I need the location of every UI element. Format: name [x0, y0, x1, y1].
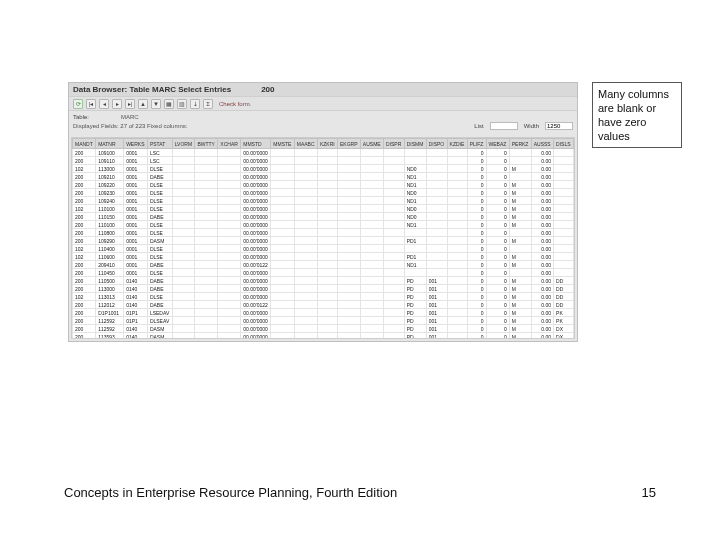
table-row[interactable]: 2001101000001DLSE00.00'0000ND100M0.00	[73, 221, 574, 229]
table-row[interactable]: 1021101000001DLSE00.00'0000ND000M0.00	[73, 205, 574, 213]
table-row[interactable]: 2001092300001DLSE00.00'0000ND000M0.00	[73, 189, 574, 197]
cell: DASM	[147, 333, 172, 340]
refresh-icon[interactable]: ⟳	[73, 99, 83, 109]
cell	[554, 197, 574, 205]
cell	[360, 245, 383, 253]
next-icon[interactable]: ▸	[112, 99, 122, 109]
cell	[317, 325, 337, 333]
cell: 00.00'0000	[241, 181, 271, 189]
cell: 00.00'0000	[241, 277, 271, 285]
column-header[interactable]: PSTAT	[147, 139, 172, 149]
table-row[interactable]: 2001092900001DASM00.00'0000PD100M0.00	[73, 237, 574, 245]
column-header[interactable]: PLIFZ	[467, 139, 486, 149]
filter-icon[interactable]: ▦	[164, 99, 174, 109]
column-header[interactable]: AUSSS	[531, 139, 553, 149]
table-row[interactable]: 2001135930140DASM00.00'0000PD00100M0.00D…	[73, 333, 574, 340]
cell	[509, 245, 531, 253]
cell	[384, 301, 405, 309]
sort-asc-icon[interactable]: ▲	[138, 99, 148, 109]
column-header[interactable]: WERKS	[124, 139, 148, 149]
table-row[interactable]: 2001104500001DLSE00.00'0000000.00	[73, 269, 574, 277]
column-header[interactable]: DISLS	[554, 139, 574, 149]
table-row[interactable]: 2001125920140DASM00.00'0000PD00100M0.00D…	[73, 325, 574, 333]
cell	[195, 213, 218, 221]
table-row[interactable]: 2001092100001DABE00.00'0000ND1000.00	[73, 173, 574, 181]
column-header[interactable]: AUSME	[360, 139, 383, 149]
cell	[317, 205, 337, 213]
cell	[317, 237, 337, 245]
prev-icon[interactable]: ◂	[99, 99, 109, 109]
column-header[interactable]: KZKRI	[317, 139, 337, 149]
width-input[interactable]	[545, 122, 573, 130]
column-header[interactable]: MAABC	[294, 139, 317, 149]
table-row[interactable]: 2002094100001DABE00.00'0122ND100M0.00	[73, 261, 574, 269]
cell	[317, 149, 337, 157]
cell	[337, 325, 360, 333]
table-row[interactable]: 1021130130140DLSE00.00'0000PD00100M0.00D…	[73, 293, 574, 301]
cell	[317, 221, 337, 229]
cell	[447, 333, 467, 340]
column-header[interactable]: MATNR	[96, 139, 124, 149]
column-header[interactable]: KZDIE	[447, 139, 467, 149]
column-header[interactable]: EKGRP	[337, 139, 360, 149]
table-row[interactable]: 1021106000001DLSE00.00'0000PD100M0.00	[73, 253, 574, 261]
cell	[360, 205, 383, 213]
last-icon[interactable]: ▸|	[125, 99, 135, 109]
table-row[interactable]: 20011259201P1DLSEAV00.00'0000PD00100M0.0…	[73, 317, 574, 325]
list-input[interactable]	[490, 122, 518, 130]
cell	[271, 157, 294, 165]
column-header[interactable]: LVORM	[172, 139, 195, 149]
table-row[interactable]: 2001092400001DLSE00.00'0000ND100M0.00	[73, 197, 574, 205]
sum-icon[interactable]: Σ	[203, 99, 213, 109]
cell	[271, 237, 294, 245]
table-row[interactable]: 2001105000140DABE00.00'0000PD00100M0.00D…	[73, 277, 574, 285]
table-row[interactable]: 2001120120140DABE00.00'0122PD00100M0.00D…	[73, 301, 574, 309]
table-row[interactable]: 2001101500001DABE00.00'0000ND000M0.00	[73, 213, 574, 221]
column-header[interactable]: MANDT	[73, 139, 96, 149]
table-row[interactable]: 1021104000001DLSE00.00'0000000.00	[73, 245, 574, 253]
table-row[interactable]: 2001108000001DLSE00.00'0000000.00	[73, 229, 574, 237]
cell	[426, 197, 447, 205]
column-header[interactable]: MMSTD	[241, 139, 271, 149]
sort-desc-icon[interactable]: ▼	[151, 99, 161, 109]
entry-count: 200	[261, 83, 274, 97]
cell: DLSE	[147, 197, 172, 205]
table-row[interactable]: 2001092200001DLSE00.00'0000ND100M0.00	[73, 181, 574, 189]
cell: 0001	[124, 221, 148, 229]
cell: 00.00'0000	[241, 229, 271, 237]
column-header[interactable]: MMSTE	[271, 139, 294, 149]
cell: 109110	[96, 157, 124, 165]
check-form-button[interactable]: Check form.	[216, 99, 254, 109]
cell	[195, 277, 218, 285]
grid-container[interactable]: MANDTMATNRWERKSPSTATLVORMBWTTYXCHARMMSTD…	[71, 137, 575, 339]
cell	[554, 261, 574, 269]
table-row[interactable]: 2001091100001LSC00.00'0000000.00	[73, 157, 574, 165]
cell	[360, 325, 383, 333]
columns-icon[interactable]: ▥	[177, 99, 187, 109]
table-row[interactable]: 1021130000001DLSE00.00'0000ND000M0.00	[73, 165, 574, 173]
meta-area: Table: MARC Displayed Fields: 27 of 223 …	[69, 111, 577, 131]
cell: 0.00	[531, 165, 553, 173]
cell	[447, 229, 467, 237]
column-header[interactable]: XCHAR	[218, 139, 241, 149]
cell: 0	[467, 221, 486, 229]
first-icon[interactable]: |◂	[86, 99, 96, 109]
export-icon[interactable]: ⤓	[190, 99, 200, 109]
cell: M	[509, 181, 531, 189]
column-header[interactable]: WEBAZ	[486, 139, 509, 149]
column-header[interactable]: PERKZ	[509, 139, 531, 149]
column-header[interactable]: DISMM	[404, 139, 426, 149]
data-grid: MANDTMATNRWERKSPSTATLVORMBWTTYXCHARMMSTD…	[72, 138, 574, 339]
cell	[317, 285, 337, 293]
cell	[360, 197, 383, 205]
column-header[interactable]: BWTTY	[195, 139, 218, 149]
column-header[interactable]: DISPO	[426, 139, 447, 149]
table-row[interactable]: 2001091000001LSC00.00'0000000.00	[73, 149, 574, 157]
cell	[294, 333, 317, 340]
cell: 113013	[96, 293, 124, 301]
cell	[384, 285, 405, 293]
cell	[384, 333, 405, 340]
column-header[interactable]: DISPR	[384, 139, 405, 149]
table-row[interactable]: 2001130000140DABE00.00'0000PD00100M0.00D…	[73, 285, 574, 293]
table-row[interactable]: 200D1P100101P1LSEDAV00.00'0000PD00100M0.…	[73, 309, 574, 317]
